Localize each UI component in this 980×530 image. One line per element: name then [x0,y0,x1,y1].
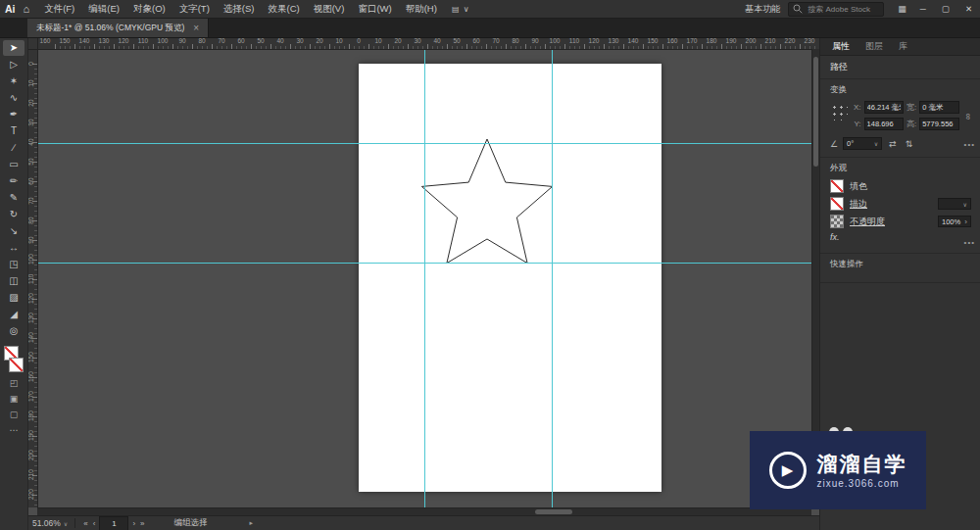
type-tool[interactable]: T [3,123,24,139]
quick-actions-title: 快速操作 [830,259,971,270]
search-input[interactable] [806,4,878,15]
star-path[interactable] [421,139,552,264]
line-segment-tool[interactable]: ∕ [3,140,24,156]
status-text: 编组选择 [174,517,208,529]
reference-point-locator[interactable] [830,103,848,120]
tab-close-icon[interactable]: × [193,23,199,33]
ruler-label: 140 [27,333,35,343]
paintbrush-tool[interactable]: ✏ [3,173,24,189]
direct-selection-tool[interactable]: ▷ [3,57,24,72]
stroke-weight-select[interactable]: ∨ [938,198,971,210]
menu-list: 文件(F)编辑(E)对象(O)文字(T)选择(S)效果(C)视图(V)窗口(W)… [37,3,444,16]
appearance-more-options-icon[interactable]: ••• [964,238,975,247]
transform-width-input[interactable] [919,101,958,114]
panel-tab-1[interactable]: 属性 [824,40,858,53]
minimize-button[interactable]: ─ [912,0,934,18]
ruler-label: 110 [27,274,35,284]
menu-item[interactable]: 选择(S) [217,3,262,16]
rotate-tool[interactable]: ↻ [3,207,24,222]
transform-more-options-icon[interactable]: ••• [964,140,975,149]
next-artboard-icon[interactable]: › [131,519,136,528]
stroke-swatch-none[interactable] [9,358,24,372]
menu-bar: Ai ⌂ 文件(F)编辑(E)对象(O)文字(T)选择(S)效果(C)视图(V)… [0,0,980,19]
constrain-proportions-icon[interactable]: ∞ [965,101,971,132]
tool-list: ➤▷✶∿✒T∕▭✏✎↻↘↔◳◫▨◢◎ [3,40,24,339]
panel-tab-2[interactable]: 图层 [858,40,891,53]
status-expand-icon[interactable]: ▸ [250,519,254,527]
effects-button[interactable]: fx. [830,232,840,242]
watermark-banner: ▶ 溜溜自学 zixue.3066.com [750,431,926,509]
ruler-label: 220 [785,37,796,44]
last-artboard-icon[interactable]: » [139,519,145,528]
menu-item[interactable]: 文件(F) [37,3,81,16]
apps-grid-icon[interactable]: ▦ [892,4,912,14]
search-box[interactable] [788,2,884,17]
ruler-label: 70 [218,37,224,44]
menu-item[interactable]: 帮助(H) [399,3,444,16]
fill-color-swatch[interactable] [830,179,844,193]
menu-item[interactable]: 编辑(E) [81,3,126,16]
pencil-tool[interactable]: ✎ [3,190,24,206]
menu-item[interactable]: 对象(O) [126,3,172,16]
ruler-label: 10 [27,78,35,88]
rotation-angle-select[interactable]: 0° ∨ [843,137,882,150]
ruler-label: 180 [707,37,717,44]
more-tools-icon[interactable]: ⋯ [3,423,24,437]
guide-vertical[interactable] [424,49,425,507]
horizontal-ruler[interactable]: 1601501401301201101009080706050403020100… [27,37,819,50]
home-icon[interactable]: ⌂ [22,3,38,15]
free-transform-tool[interactable]: ◳ [3,257,24,272]
menu-item[interactable]: 窗口(W) [351,3,398,16]
canvas[interactable] [37,49,811,507]
pen-tool[interactable]: ✒ [3,107,24,122]
toolbar-overflow-icon[interactable]: ▤ ∨ [444,5,478,14]
maximize-button[interactable]: ▢ [934,0,957,18]
fill-stroke-indicator[interactable] [4,346,24,372]
transform-y-input[interactable] [864,118,904,130]
opacity-link[interactable]: 不透明度 [850,216,885,228]
stroke-link[interactable]: 描边 [850,198,867,211]
vertical-ruler[interactable]: 0102030405060708090100110120130140150160… [27,49,38,507]
panel-tab-3[interactable]: 库 [891,40,915,53]
ruler-label: 150 [648,37,659,44]
opacity-select[interactable]: 100% › [938,216,971,227]
shape-builder-tool[interactable]: ◫ [3,273,24,289]
flip-horizontal-icon[interactable]: ⇄ [887,139,899,149]
menu-item[interactable]: 效果(C) [262,3,307,16]
transform-x-input[interactable] [864,101,904,114]
magic-wand-tool[interactable]: ✶ [3,73,24,89]
prev-artboard-icon[interactable]: ‹ [92,519,97,528]
ruler-label: 200 [746,37,757,44]
ruler-origin-corner[interactable] [27,37,38,50]
zoom-dropdown-icon[interactable]: ∨ [64,520,68,527]
menu-item[interactable]: 视图(V) [307,3,352,16]
zoom-tool[interactable]: ◎ [3,323,24,339]
status-bar: 51.06% ∨ « ‹ › » 编组选择 ▸ [27,515,819,530]
scale-tool[interactable]: ↘ [3,223,24,239]
guide-vertical[interactable] [552,49,553,507]
workspace-switcher[interactable]: 基本功能 [737,3,788,16]
close-button[interactable]: ✕ [957,0,980,18]
transform-height-input[interactable] [919,118,958,130]
document-tab[interactable]: 未标题-1* @ 51.06% (CMYK/GPU 预览) × [27,19,209,37]
ruler-label: 20 [27,98,35,108]
zoom-level[interactable]: 51.06% [32,518,61,528]
x-label: X: [854,103,861,112]
menu-item[interactable]: 文字(T) [172,3,217,16]
rectangle-tool[interactable]: ▭ [3,157,24,172]
artboard-number-input[interactable] [99,516,128,530]
horizontal-scrollbar-thumb[interactable] [535,509,572,514]
first-artboard-icon[interactable]: « [82,519,88,528]
color-mode-icon[interactable]: ◰ [3,376,24,390]
selection-tool[interactable]: ➤ [3,40,24,56]
draw-mode-icon[interactable]: ▣ [3,392,24,406]
stroke-color-swatch[interactable] [830,197,844,211]
eyedropper-tool[interactable]: ◢ [3,307,24,322]
flip-vertical-icon[interactable]: ⇅ [904,139,915,149]
lasso-tool[interactable]: ∿ [3,90,24,106]
gradient-tool[interactable]: ▨ [3,290,24,306]
ruler-label: 90 [27,235,35,245]
width-tool[interactable]: ↔ [3,240,24,256]
vertical-scrollbar-thumb[interactable] [813,57,818,167]
screen-mode-icon[interactable]: ▢ [3,408,24,421]
